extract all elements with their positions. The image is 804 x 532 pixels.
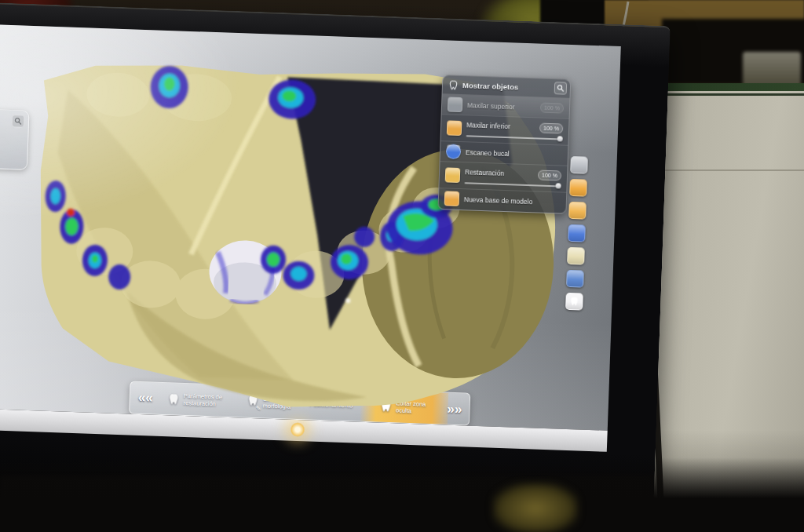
- left-tool-panel[interactable]: [0, 105, 30, 170]
- scan-sphere-icon: [446, 144, 462, 159]
- view-mode-icon[interactable]: [566, 270, 584, 288]
- magnifier-icon[interactable]: [12, 115, 25, 128]
- model-base-icon: [444, 191, 460, 206]
- tools-icon[interactable]: [569, 179, 587, 197]
- tooth-icon: [448, 79, 459, 90]
- magnifier-icon[interactable]: [554, 82, 568, 95]
- desk-fade: [0, 457, 804, 532]
- layer-row-restoration[interactable]: Restauración 100 %: [439, 161, 567, 192]
- opacity-slider[interactable]: [465, 180, 561, 188]
- model-icon[interactable]: [567, 247, 585, 265]
- restoration-icon: [445, 167, 461, 183]
- panel-title: Mostrar objetos: [462, 81, 519, 91]
- side-toolbar: [565, 156, 591, 311]
- opacity-value-button[interactable]: 100 %: [539, 122, 563, 133]
- articulator-icon[interactable]: [568, 202, 587, 220]
- opacity-value-button[interactable]: 100 %: [538, 169, 561, 180]
- layer-row-lower-jaw[interactable]: Maxilar inferior 100 %: [440, 114, 568, 145]
- opacity-slider[interactable]: [466, 133, 562, 141]
- sphere-icon[interactable]: [568, 224, 586, 242]
- layer-row-model-base[interactable]: Nueva base de modelo: [438, 188, 566, 213]
- show-objects-panel: Mostrar objetos Maxilar superior 100 % M…: [437, 75, 571, 214]
- lower-jaw-icon: [447, 120, 462, 136]
- opacity-value-button[interactable]: 100 %: [540, 103, 564, 114]
- monitor: «« Parámetros derestauración ✎ Editarmor…: [0, 0, 671, 523]
- photo-of-workstation: «« Parámetros derestauración ✎ Editarmor…: [0, 0, 804, 532]
- cube-view-icon[interactable]: [570, 156, 588, 174]
- tooth-icon[interactable]: [565, 293, 583, 311]
- software-screen: «« Parámetros derestauración ✎ Editarmor…: [0, 21, 621, 430]
- blurred-foreground-object: [493, 483, 578, 532]
- upper-jaw-icon: [448, 97, 463, 112]
